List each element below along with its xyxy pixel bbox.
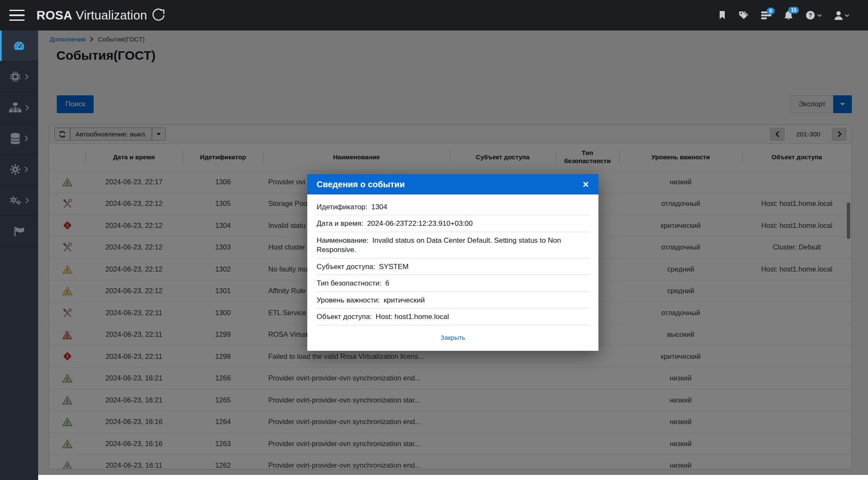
- storage-database-icon: [10, 133, 21, 144]
- sidebar-item-network[interactable]: [0, 92, 38, 123]
- notifications-bell-icon[interactable]: 15: [784, 11, 793, 20]
- chevron-down-icon: [845, 14, 849, 17]
- sidebar-item-configure[interactable]: [0, 185, 38, 216]
- sidebar-nav: [0, 31, 38, 480]
- chevron-right-icon: [25, 73, 29, 80]
- sidebar-item-administration[interactable]: [0, 154, 38, 185]
- tasks-count-badge: 0: [767, 8, 775, 14]
- gears-icon: [9, 195, 22, 206]
- field-sectype: Тип безопастности:6: [317, 275, 589, 291]
- svg-text:?: ?: [809, 12, 812, 19]
- close-icon[interactable]: ✕: [582, 180, 589, 189]
- field-id: Идетификатор:1304: [317, 199, 589, 215]
- field-name: Наименование:Invalid status on Data Cent…: [317, 232, 589, 258]
- dialog-footer: Закрыть: [307, 325, 598, 351]
- tags-icon[interactable]: [738, 11, 748, 19]
- field-subject: Субъект доступа:SYSTEM: [317, 258, 589, 275]
- chevron-right-icon: [24, 166, 28, 173]
- event-details-dialog: Сведения о событии ✕ Идетификатор:1304 Д…: [307, 174, 598, 351]
- dialog-header: Сведения о событии ✕: [307, 174, 598, 194]
- brand-text: ROSA Virtualization: [36, 8, 147, 22]
- dialog-title: Сведения о событии: [317, 180, 405, 189]
- help-icon: ?: [806, 11, 815, 20]
- network-sitemap-icon: [9, 102, 22, 113]
- sidebar-item-dashboard[interactable]: [0, 31, 38, 61]
- chevron-down-icon: [817, 14, 822, 17]
- help-menu[interactable]: ?: [806, 11, 822, 20]
- app-window: ROSA Virtualization: [0, 0, 868, 480]
- field-severity: Уровень важности:критический: [317, 292, 589, 308]
- brand-logo: ROSA Virtualization: [36, 8, 166, 22]
- dashboard-gauge-icon: [12, 40, 26, 52]
- flag-icon: [13, 226, 25, 237]
- user-icon: [835, 11, 843, 20]
- chevron-right-icon: [25, 104, 29, 111]
- sidebar-item-storage[interactable]: [0, 123, 38, 154]
- chevron-right-icon: [24, 135, 28, 142]
- field-datetime: Дата и время:2024-06-23T22:12:23.910+03:…: [317, 215, 589, 232]
- page-bottom-strip: [38, 475, 868, 480]
- sidebar-item-compute[interactable]: [0, 61, 38, 92]
- masthead: ROSA Virtualization: [0, 0, 868, 31]
- tasks-icon[interactable]: 0: [761, 11, 771, 19]
- dialog-body: Идетификатор:1304 Дата и время:2024-06-2…: [307, 194, 598, 325]
- notifications-count-badge: 15: [788, 7, 799, 14]
- gear-icon: [10, 164, 21, 175]
- rosa-logo-icon: [151, 8, 166, 22]
- masthead-actions: 0 15 ?: [719, 11, 849, 20]
- close-dialog-link[interactable]: Закрыть: [441, 334, 465, 341]
- user-menu[interactable]: [835, 11, 849, 20]
- sidebar-item-events-flag[interactable]: [0, 216, 38, 247]
- chevron-right-icon: [25, 197, 29, 204]
- hamburger-menu-icon[interactable]: [9, 10, 25, 21]
- bookmarks-icon[interactable]: [719, 11, 726, 19]
- field-object: Объект доступа:Host: host1.home.local: [317, 308, 589, 325]
- cpu-chip-icon: [9, 71, 21, 83]
